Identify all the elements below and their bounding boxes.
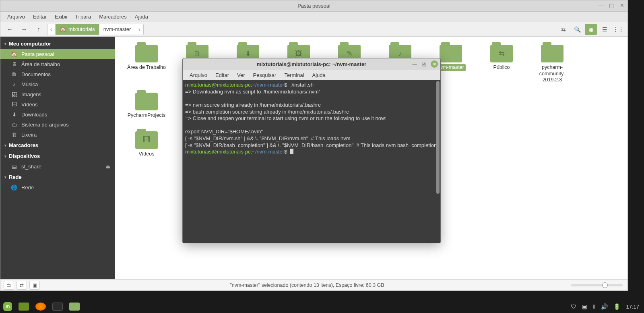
tray-network-icon[interactable]: ⫴ <box>593 303 595 310</box>
folder-icon: ⇆ <box>490 45 513 62</box>
sidebar-item-icon: 🌐 <box>11 184 17 191</box>
menu-exibir[interactable]: Exibir <box>51 12 72 21</box>
sidebar-item-label: Sistema de arquivos <box>21 122 69 128</box>
start-menu-button[interactable]: m <box>0 300 15 313</box>
sidebar-item-icon: ⬇ <box>11 112 17 118</box>
menu-arquivo[interactable]: Arquivo <box>4 12 29 21</box>
taskbar-app-folder[interactable] <box>66 300 83 313</box>
list-view-button[interactable]: ☰ <box>599 24 611 35</box>
sidebar-item-label: Lixeira <box>21 132 37 138</box>
folder-item[interactable]: Área de Trabalho <box>123 42 170 86</box>
term-title: mixtutoriais@mixtutoriais-pc: ~/nvm-mast… <box>257 61 366 67</box>
sidebar-item-label: Pasta pessoal <box>21 51 54 57</box>
path-home-label: mixtutoriais <box>68 26 95 32</box>
tray-battery-icon[interactable]: 🔋 <box>613 303 620 310</box>
term-close-button[interactable]: ✕ <box>431 60 438 68</box>
sidebar-item-label: Downloads <box>21 112 47 118</box>
close-button[interactable]: ✕ <box>619 2 625 8</box>
path-segment-nvm[interactable]: nvm-master <box>99 24 136 35</box>
sidebar-item-icon: 🏠 <box>11 51 17 57</box>
nav-back-button[interactable]: ← <box>4 24 16 35</box>
fm-statusbar: 🗀 ⇄ ▣ "nvm-master" selecionado (contendo… <box>0 279 627 290</box>
folder-item[interactable]: pycharm-community-2019.2.3 <box>529 42 576 86</box>
sidebar-item[interactable]: 🏠Pasta pessoal <box>0 49 115 59</box>
fm-title: Pasta pessoal <box>297 3 330 9</box>
system-tray: 🛡 ▣ ⫴ 🔊 🔋 17:17 <box>566 303 644 310</box>
term-menu-pesquisar[interactable]: Pesquisar <box>250 71 280 79</box>
places-toggle-button[interactable]: 🗀 <box>4 281 14 290</box>
sidebar-item-label: Documentos <box>21 71 51 77</box>
folder-item[interactable]: PycharmProjects <box>123 90 170 122</box>
sidebar-group-header[interactable]: ▾Meu computador <box>0 38 115 49</box>
menu-ajuda[interactable]: Ajuda <box>131 12 152 21</box>
compact-view-button[interactable]: ⋮⋮ <box>612 24 624 35</box>
folder-label: pycharm-community-2019.2.3 <box>530 64 575 84</box>
path-home-segment[interactable]: 🏠 mixtutoriais <box>56 24 99 35</box>
tray-volume-icon[interactable]: 🔊 <box>601 303 608 310</box>
sidebar-item[interactable]: 🖴sf_share⏏ <box>0 162 115 172</box>
sidebar-item[interactable]: 🎞Vídeos <box>0 99 115 110</box>
path-seg-label: nvm-master <box>103 26 131 32</box>
folder-item[interactable]: ⇆Público <box>478 42 525 86</box>
nav-forward-button[interactable]: → <box>18 24 30 35</box>
zoom-slider[interactable] <box>571 284 623 286</box>
term-menu-terminal[interactable]: Terminal <box>281 71 308 79</box>
path-prev-icon[interactable]: ‹ <box>47 24 56 35</box>
taskbar-app-terminal[interactable] <box>49 300 66 313</box>
eject-icon[interactable]: ⏏ <box>105 164 110 170</box>
sidebar-item-icon: 🗑 <box>11 132 17 138</box>
sidebar-item[interactable]: 🗀Sistema de arquivos <box>0 120 115 130</box>
sidebar-item[interactable]: ⬇Downloads <box>0 110 115 120</box>
term-minimize-button[interactable]: — <box>411 61 418 67</box>
icon-view-button[interactable]: ▦ <box>585 24 597 35</box>
folder-icon <box>440 45 462 62</box>
nav-up-button[interactable]: ↑ <box>33 24 45 35</box>
menu-marcadores[interactable]: Marcadores <box>95 12 130 21</box>
path-next-icon[interactable]: › <box>135 24 143 35</box>
term-menu-arquivo[interactable]: Arquivo <box>186 71 211 79</box>
tray-shield-icon[interactable]: 🛡 <box>571 303 576 310</box>
sidebar-item[interactable]: 🗑Lixeira <box>0 130 115 140</box>
folder-item[interactable]: 🎞Vídeos <box>123 129 170 160</box>
term-menu-editar[interactable]: Editar <box>212 71 233 79</box>
search-button[interactable]: 🔍 <box>571 24 583 35</box>
sidebar-group-title: Dispositivos <box>9 153 40 159</box>
sidebar-item[interactable]: 🌐Rede <box>0 182 115 193</box>
tree-toggle-button[interactable]: ⇄ <box>17 281 27 290</box>
term-menu-ajuda[interactable]: Ajuda <box>309 71 329 79</box>
term-menu-ver[interactable]: Ver <box>233 71 249 79</box>
tray-display-icon[interactable]: ▣ <box>582 303 587 310</box>
terminal-output[interactable]: mixtutoriais@mixtutoriais-pc:~/nvm-maste… <box>183 80 440 243</box>
sidebar-item-icon: 🗀 <box>11 122 17 128</box>
sidebar-group-header[interactable]: ▾Dispositivos <box>0 151 115 162</box>
close-panel-button[interactable]: ▣ <box>29 281 40 290</box>
taskbar-app-files[interactable] <box>15 300 32 313</box>
toggle-location-button[interactable]: ⇆ <box>557 24 570 35</box>
menu-irpara[interactable]: Ir para <box>72 12 95 21</box>
term-maximize-button[interactable]: ◰ <box>421 61 427 67</box>
taskbar-app-firefox[interactable] <box>32 300 49 313</box>
sidebar-item[interactable]: 🖼Imagens <box>0 89 115 99</box>
maximize-button[interactable]: ▢ <box>608 2 615 8</box>
minimize-button[interactable]: — <box>598 2 604 8</box>
folder-label: PycharmProjects <box>126 112 167 119</box>
sidebar-item[interactable]: ♪Música <box>0 79 115 89</box>
chevron-down-icon: ▾ <box>4 143 6 147</box>
tray-clock[interactable]: 17:17 <box>626 304 639 310</box>
terminal-scrollbar[interactable] <box>436 81 440 194</box>
sidebar-item[interactable]: 🗎Documentos <box>0 69 115 79</box>
folder-label: Público <box>492 64 512 71</box>
sidebar-item-label: Música <box>21 81 38 87</box>
term-menubar: Arquivo Editar Ver Pesquisar Terminal Aj… <box>183 70 440 80</box>
fm-titlebar[interactable]: Pasta pessoal — ▢ ✕ <box>0 0 627 12</box>
sidebar-item[interactable]: 🖥Área de trabalho <box>0 59 115 69</box>
sidebar-group-header[interactable]: ▾Marcadores <box>0 140 115 151</box>
sidebar-group-header[interactable]: ▾Rede <box>0 172 115 182</box>
sidebar-item-label: Imagens <box>21 91 41 97</box>
sidebar-item-label: Área de trabalho <box>21 61 60 67</box>
menu-editar[interactable]: Editar <box>29 12 50 21</box>
term-titlebar[interactable]: mixtutoriais@mixtutoriais-pc: ~/nvm-mast… <box>183 58 440 70</box>
sidebar-item-icon: 🖼 <box>11 91 17 97</box>
chevron-down-icon: ▾ <box>4 154 6 158</box>
mint-logo-icon: m <box>3 302 12 311</box>
